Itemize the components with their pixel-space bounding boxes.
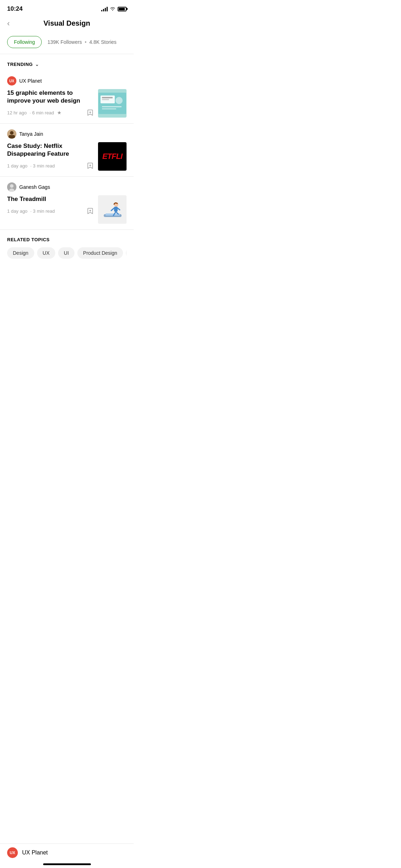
topics-row: Design UX UI Product Design U... xyxy=(7,247,127,259)
status-bar: 10:24 xyxy=(0,0,134,16)
bookmark-icon[interactable] xyxy=(87,162,94,169)
author-name: UX Planet xyxy=(19,78,42,84)
article-text: Case Study: Netflix Disappearing Feature… xyxy=(7,142,94,169)
article-read-time: · 6 min read xyxy=(30,110,54,115)
bookmark-icon[interactable] xyxy=(87,207,94,215)
trending-header[interactable]: TRENDING ⌄ xyxy=(0,54,134,71)
article-date: 1 day ago xyxy=(7,208,27,214)
related-topics-label: RELATED TOPICS xyxy=(7,237,127,242)
svg-point-12 xyxy=(10,184,14,188)
topic-stats: 139K Followers • 4.8K Stories xyxy=(47,39,117,45)
article-card[interactable]: Tanya Jain Case Study: Netflix Disappear… xyxy=(0,124,134,177)
article-meta: 1 day ago · 3 min read xyxy=(7,207,94,215)
article-content: 15 graphic elements to improve your web … xyxy=(7,89,127,118)
following-button[interactable]: Following xyxy=(7,36,42,48)
svg-rect-5 xyxy=(102,99,109,100)
ux-thumbnail-image xyxy=(98,93,126,114)
svg-rect-8 xyxy=(102,108,116,109)
author-row: Ganesh Gags xyxy=(7,182,127,192)
topic-info-bar: Following 139K Followers • 4.8K Stories xyxy=(0,32,134,54)
article-content: The Treadmill 1 day ago · 3 min read xyxy=(7,195,127,224)
author-name: Tanya Jain xyxy=(19,131,43,137)
svg-point-6 xyxy=(115,97,123,104)
author-avatar xyxy=(7,129,16,139)
article-read-time: · 3 min read xyxy=(30,208,55,214)
topic-pill-product-design[interactable]: Product Design xyxy=(77,247,123,259)
article-date: 1 day ago xyxy=(7,163,27,169)
article-thumbnail: ETFLI xyxy=(98,142,127,171)
topic-pill-design[interactable]: Design xyxy=(7,247,34,259)
svg-rect-20 xyxy=(114,207,118,212)
star-icon[interactable]: ★ xyxy=(57,110,62,115)
article-title: 15 graphic elements to improve your web … xyxy=(7,89,94,105)
article-meta: 1 day ago · 3 min read xyxy=(7,162,94,169)
article-text: 15 graphic elements to improve your web … xyxy=(7,89,94,116)
author-avatar xyxy=(7,182,16,192)
article-thumbnail xyxy=(98,89,127,118)
author-row: UX UX Planet xyxy=(7,76,127,86)
back-button[interactable]: ‹ xyxy=(7,19,10,28)
article-title: The Treadmill xyxy=(7,195,94,203)
stories-count: 4.8K Stories xyxy=(89,39,117,45)
article-card[interactable]: Ganesh Gags The Treadmill 1 day ago · 3 … xyxy=(0,177,134,230)
followers-count: 139K Followers xyxy=(47,39,82,45)
topic-pill-ux[interactable]: UX xyxy=(37,247,55,259)
article-date: 12 hr ago xyxy=(7,110,27,115)
wifi-icon xyxy=(110,7,115,11)
trending-label: TRENDING xyxy=(7,62,33,67)
svg-rect-7 xyxy=(102,106,122,107)
bookmark-icon[interactable] xyxy=(87,109,94,116)
author-row: Tanya Jain xyxy=(7,129,127,139)
article-thumbnail xyxy=(98,195,127,224)
topic-pill-more[interactable]: U... xyxy=(126,247,127,259)
article-read-time: · 3 min read xyxy=(30,163,55,169)
article-card[interactable]: UX UX Planet 15 graphic elements to impr… xyxy=(0,71,134,124)
svg-rect-4 xyxy=(102,97,113,98)
related-topics-section: RELATED TOPICS Design UX UI Product Desi… xyxy=(0,230,134,264)
battery-icon xyxy=(118,7,127,11)
signal-icon xyxy=(101,6,108,11)
page-title: Visual Design xyxy=(43,19,90,27)
article-text: The Treadmill 1 day ago · 3 min read xyxy=(7,195,94,215)
article-title: Case Study: Netflix Disappearing Feature xyxy=(7,142,94,158)
article-content: Case Study: Netflix Disappearing Feature… xyxy=(7,142,127,171)
article-meta: 12 hr ago · 6 min read ★ xyxy=(7,109,94,116)
page-header: ‹ Visual Design xyxy=(0,16,134,32)
author-avatar: UX xyxy=(7,76,16,86)
chevron-down-icon: ⌄ xyxy=(35,61,39,67)
ganesh-avatar-image xyxy=(7,182,16,192)
treadmill-thumbnail-image xyxy=(98,196,126,223)
status-icons xyxy=(101,6,127,11)
author-name: Ganesh Gags xyxy=(19,184,50,190)
dot-separator: • xyxy=(85,39,87,45)
status-time: 10:24 xyxy=(7,5,22,12)
topic-pill-ui[interactable]: UI xyxy=(58,247,74,259)
